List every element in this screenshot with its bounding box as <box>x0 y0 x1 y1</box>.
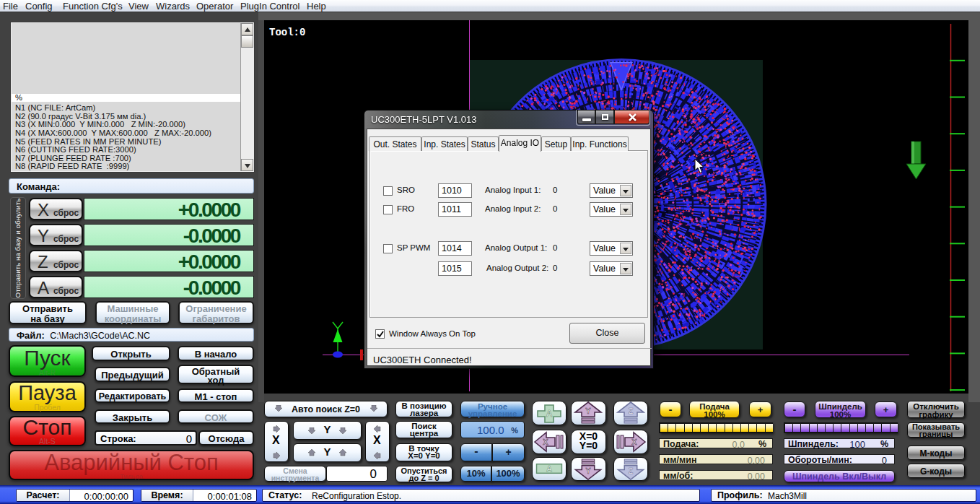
svg-text:X: X <box>631 438 637 446</box>
svg-text:Z: Z <box>629 466 634 475</box>
svg-text:A: A <box>546 464 552 473</box>
svg-text:Y: Y <box>585 466 590 475</box>
svg-text:Z: Z <box>629 407 634 415</box>
svg-text:Y: Y <box>585 407 591 415</box>
svg-text:X: X <box>543 438 548 446</box>
svg-text:A: A <box>546 409 553 419</box>
